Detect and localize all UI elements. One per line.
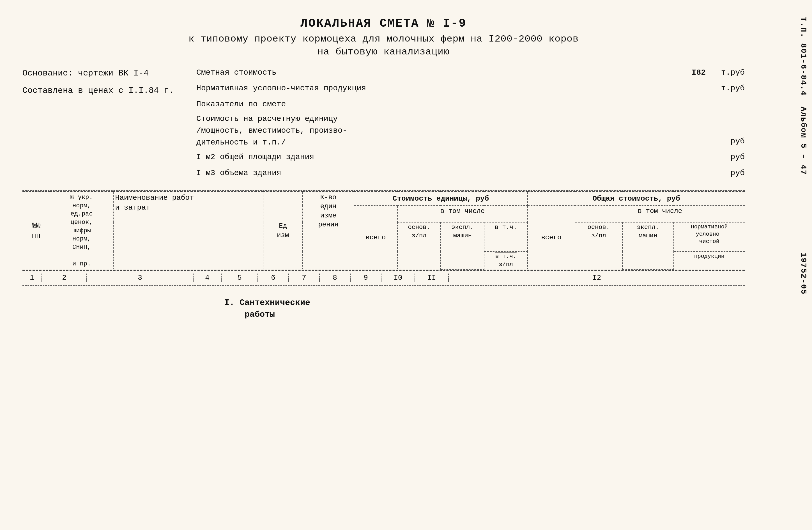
header-row-1: №№пп № укр.норм,ед.расценок,шифрынорм,СН… xyxy=(23,192,745,206)
ir-unit-2: т.руб xyxy=(721,81,745,96)
col-h-cu-bt: в т.ч. xyxy=(484,222,527,252)
ir-label-1: Сметная стоимость xyxy=(196,66,676,80)
col-numbers-row: 1 2 3 4 5 6 7 8 9 I0 II I2 xyxy=(23,271,745,286)
side-label-bottom: 19752-05 xyxy=(799,253,808,295)
col-h-ct-all: всего xyxy=(527,206,575,269)
col-n-8: 8 xyxy=(320,274,351,282)
col-h-cu-bt2: в т.ч.з/пл xyxy=(484,252,527,269)
col-n-3: 3 xyxy=(87,274,193,282)
ir-label-3: Показатели по смете xyxy=(196,97,745,111)
table-wrapper: №№пп № укр.норм,ед.расценок,шифрынорм,СН… xyxy=(23,191,745,323)
column-headers-table: №№пп № укр.норм,ед.расценок,шифрынорм,СН… xyxy=(23,191,745,270)
info-right-row-1: Сметная стоимость I82 т.руб xyxy=(196,66,745,80)
subtitle2: на бытовую канализацию xyxy=(23,46,745,57)
col-n-1: 1 xyxy=(23,274,42,282)
ir-value-1: I82 xyxy=(682,66,715,80)
ir-unit-1: т.руб xyxy=(721,66,745,80)
ir-unit-4: руб xyxy=(722,134,745,148)
col-n-5: 5 xyxy=(221,274,258,282)
col-n-7: 7 xyxy=(289,274,320,282)
col-n-10: I0 xyxy=(381,274,415,282)
col-h-ct-inthat: в том числе xyxy=(575,206,745,222)
info-right-row-6: I м3 объема здания руб xyxy=(196,166,745,180)
col-h-cu-inthat: в том числе xyxy=(397,206,527,222)
info-right-row-5: I м2 общей площади здания руб xyxy=(196,150,745,164)
ir-unit-6: руб xyxy=(722,166,745,180)
col-h-norm: № укр.норм,ед.расценок,шифрынорм,СНиП,и … xyxy=(50,192,113,269)
main-title: ЛОКАЛЬНАЯ СМЕТА № I-9 xyxy=(23,17,745,30)
main-content: ЛОКАЛЬНАЯ СМЕТА № I-9 к типовому проекту… xyxy=(23,17,767,323)
col-h-ct-zp: основ.з/пл xyxy=(575,222,622,269)
col-h-ct-normuchet2: продукции xyxy=(674,252,745,269)
col-h-ct-mach: экспл.машин xyxy=(622,222,674,269)
side-label-middle: Альбом 5 – 47 xyxy=(799,106,808,175)
side-label-top: Т.П. 801-6-84.4 xyxy=(799,17,808,96)
ir-label-5: I м2 общей площади здания xyxy=(196,150,716,164)
info-right-row-4: Стоимость на расчетную единицу/мощность,… xyxy=(196,113,745,148)
col-h-cost-unit: Стоимость единицы, руб xyxy=(354,192,527,206)
col-n-11: II xyxy=(415,274,449,282)
title-section: ЛОКАЛЬНАЯ СМЕТА № I-9 к типовому проекту… xyxy=(23,17,745,57)
col-h-cost-total: Общая стоимость, руб xyxy=(527,192,745,206)
col-h-cu-mach: экспл.машин xyxy=(441,222,484,269)
col-h-qty: К-воединизмерения xyxy=(303,192,354,269)
ir-unit-5: руб xyxy=(722,150,745,164)
info-right: Сметная стоимость I82 т.руб Нормативная … xyxy=(185,66,745,182)
col-n-9: 9 xyxy=(351,274,381,282)
col-h-unit: Едизм xyxy=(263,192,303,269)
data-section: I. Сантехнические работы xyxy=(23,286,745,323)
info-left-line2: Составлена в ценах с I.I.84 г. xyxy=(23,83,174,98)
col-n-12: I2 xyxy=(449,274,745,282)
info-section: Основание: чертежи ВК I-4 Составлена в ц… xyxy=(23,66,745,182)
col-h-cu-zp: основ.з/пл xyxy=(397,222,441,269)
info-right-row-2: Нормативная условно-чистая продукция т.р… xyxy=(196,81,745,96)
col-num-label: №№пп xyxy=(32,221,40,240)
ir-label-4: Стоимость на расчетную единицу/мощность,… xyxy=(196,113,716,148)
col-h-ct-normuchet: нормативнойусловно-чистой xyxy=(674,222,745,252)
ir-label-2: Нормативная условно-чистая продукция xyxy=(196,81,687,96)
col-h-cu-all: всего xyxy=(354,206,397,269)
info-right-row-3: Показатели по смете xyxy=(196,97,745,111)
page-container: Т.П. 801-6-84.4 Альбом 5 – 47 19752-05 Л… xyxy=(0,0,812,530)
ir-label-6: I м3 объема здания xyxy=(196,166,716,180)
col-h-name: Наименование работи затрат xyxy=(113,192,263,269)
info-left: Основание: чертежи ВК I-4 Составлена в ц… xyxy=(23,66,174,182)
col-n-6: 6 xyxy=(258,274,289,282)
subtitle1: к типовому проекту кормоцеха для молочны… xyxy=(23,34,745,44)
col-n-2: 2 xyxy=(42,274,87,282)
info-left-line1: Основание: чертежи ВК I-4 xyxy=(23,66,174,81)
col-h-num: №№пп xyxy=(23,192,50,269)
col-n-4: 4 xyxy=(193,274,221,282)
section-header: I. Сантехнические работы xyxy=(23,291,745,323)
